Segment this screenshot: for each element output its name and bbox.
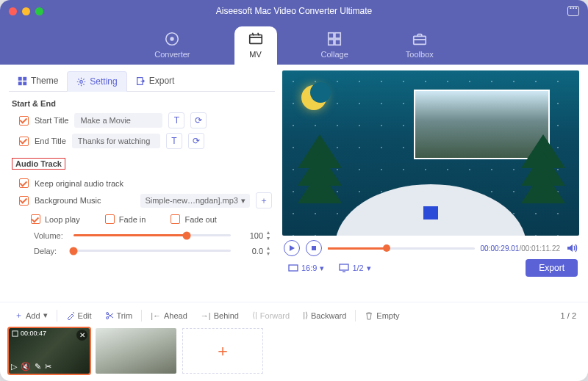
seek-bar[interactable] bbox=[328, 247, 475, 250]
trash-icon bbox=[365, 311, 373, 320]
svg-rect-11 bbox=[23, 81, 26, 85]
clip-mute-icon[interactable]: 🔇 bbox=[21, 362, 31, 371]
app-title: Aiseesoft Mac Video Converter Ultimate bbox=[0, 6, 588, 16]
toolbox-icon bbox=[412, 31, 428, 47]
loop-play-label: Loop play bbox=[45, 215, 80, 224]
delay-up-stepper[interactable]: ▲ bbox=[265, 245, 272, 250]
export-button[interactable]: Export bbox=[526, 259, 578, 277]
volume-value: 100 bbox=[238, 231, 263, 240]
fade-in-checkbox[interactable] bbox=[105, 214, 115, 224]
start-title-font-button[interactable]: T bbox=[168, 112, 184, 128]
fade-in-label: Fade in bbox=[119, 215, 146, 224]
fade-out-label: Fade out bbox=[184, 215, 216, 224]
loop-play-checkbox[interactable] bbox=[31, 214, 40, 224]
delay-value: 0.0 bbox=[238, 247, 263, 255]
delay-down-stepper[interactable]: ▼ bbox=[265, 251, 272, 256]
tab-export[interactable]: Export bbox=[127, 70, 184, 91]
fade-out-checkbox[interactable] bbox=[171, 214, 180, 224]
clip-2[interactable] bbox=[96, 328, 176, 374]
empty-button[interactable]: Empty bbox=[359, 308, 405, 323]
svg-rect-6 bbox=[335, 40, 340, 45]
keep-original-audio-label: Keep original audio track bbox=[35, 179, 123, 188]
behind-button[interactable]: →|Behind bbox=[195, 308, 245, 323]
stop-button[interactable] bbox=[306, 240, 322, 256]
end-title-reset-button[interactable]: ⟳ bbox=[188, 133, 204, 149]
close-window-button[interactable] bbox=[9, 7, 17, 15]
playback-time: 00:00:29.01/00:01:11.22 bbox=[481, 244, 560, 253]
volume-icon bbox=[566, 242, 578, 254]
chevron-down-icon: ▾ bbox=[43, 311, 48, 320]
add-clip-dropzone[interactable]: ＋ bbox=[182, 328, 263, 374]
start-title-reset-button[interactable]: ⟳ bbox=[190, 112, 207, 128]
ahead-button[interactable]: |←Ahead bbox=[145, 308, 193, 323]
bg-music-dropdown[interactable]: Simple-new…ngdan].mp3 ▾ bbox=[140, 194, 250, 208]
chevron-down-icon: ▾ bbox=[320, 264, 324, 273]
svg-rect-10 bbox=[18, 81, 22, 85]
app-window: Aiseesoft Mac Video Converter Ultimate C… bbox=[0, 0, 588, 381]
film-icon bbox=[12, 330, 18, 337]
svg-rect-16 bbox=[340, 264, 348, 270]
svg-point-1 bbox=[171, 37, 174, 40]
clip-duration: 00:00:47 bbox=[12, 330, 46, 337]
end-title-font-button[interactable]: T bbox=[166, 133, 182, 149]
volume-button[interactable] bbox=[566, 242, 578, 254]
backward-button[interactable]: |⟩Backward bbox=[297, 308, 352, 323]
keep-original-audio-checkbox[interactable] bbox=[19, 178, 29, 188]
start-title-input[interactable]: Make a Movie bbox=[74, 113, 162, 128]
volume-slider[interactable] bbox=[74, 234, 231, 236]
delay-slider[interactable] bbox=[74, 250, 231, 252]
feedback-icon[interactable] bbox=[567, 6, 579, 16]
bg-music-checkbox[interactable] bbox=[19, 196, 29, 206]
video-preview[interactable] bbox=[282, 70, 579, 236]
end-title-checkbox[interactable] bbox=[19, 137, 29, 146]
clip-trim-icon[interactable]: ✂ bbox=[45, 362, 51, 371]
gear-icon bbox=[76, 77, 86, 87]
window-controls bbox=[9, 7, 43, 15]
converter-icon bbox=[164, 31, 180, 47]
forward-button: ⟨|Forward bbox=[246, 308, 295, 323]
preview-footer: 16:9 ▾ 1/2 ▾ Export bbox=[282, 258, 579, 277]
start-title-checkbox[interactable] bbox=[19, 116, 29, 126]
play-button[interactable] bbox=[284, 240, 300, 256]
clip-1[interactable]: 00:00:47 ✕ ▷ 🔇 ✎ ✂ bbox=[9, 328, 90, 374]
moon-icon bbox=[301, 85, 326, 110]
clip-play-icon[interactable]: ▷ bbox=[11, 362, 17, 371]
aspect-icon bbox=[288, 264, 298, 272]
remove-clip-button[interactable]: ✕ bbox=[76, 330, 87, 341]
clip-edit-icon[interactable]: ✎ bbox=[35, 362, 41, 371]
volume-up-stepper[interactable]: ▲ bbox=[265, 230, 272, 235]
timeline-toolbar: ＋Add▾ Edit Trim |←Ahead →|Behind ⟨|Forwa… bbox=[0, 302, 588, 324]
mv-icon bbox=[248, 31, 264, 47]
svg-rect-8 bbox=[18, 76, 22, 80]
delay-label: Delay: bbox=[34, 247, 66, 255]
tab-setting[interactable]: Setting bbox=[67, 71, 126, 92]
aspect-ratio-dropdown[interactable]: 16:9 ▾ bbox=[284, 262, 329, 275]
svg-rect-2 bbox=[249, 35, 262, 44]
play-icon bbox=[288, 244, 295, 252]
svg-point-12 bbox=[80, 80, 83, 83]
timeline-clips: 00:00:47 ✕ ▷ 🔇 ✎ ✂ ＋ bbox=[0, 324, 588, 381]
trim-button[interactable]: Trim bbox=[99, 308, 139, 323]
wand-icon bbox=[66, 311, 75, 320]
edit-button[interactable]: Edit bbox=[60, 308, 98, 323]
theme-icon bbox=[18, 76, 27, 86]
bg-music-label: Background Music bbox=[35, 196, 101, 205]
end-title-input[interactable]: Thanks for watching bbox=[72, 134, 160, 148]
add-music-button[interactable]: ＋ bbox=[256, 192, 272, 208]
main-nav: Converter MV Collage Toolbox bbox=[0, 22, 588, 65]
section-audio-track: Audio Track bbox=[12, 158, 65, 170]
add-clip-button[interactable]: ＋Add▾ bbox=[9, 307, 54, 324]
minimize-window-button[interactable] bbox=[22, 7, 30, 15]
preview-page-dropdown[interactable]: 1/2 ▾ bbox=[334, 262, 375, 275]
maximize-window-button[interactable] bbox=[35, 7, 43, 15]
volume-down-stepper[interactable]: ▼ bbox=[265, 236, 272, 241]
nav-toolbox[interactable]: Toolbox bbox=[392, 26, 447, 65]
collage-icon bbox=[326, 31, 343, 47]
nav-converter[interactable]: Converter bbox=[141, 26, 203, 65]
nav-collage[interactable]: Collage bbox=[308, 26, 362, 65]
chevron-down-icon: ▾ bbox=[241, 196, 245, 206]
nav-mv[interactable]: MV bbox=[234, 26, 277, 65]
tab-theme[interactable]: Theme bbox=[9, 70, 67, 91]
section-start-end: Start & End bbox=[12, 99, 272, 108]
tree-decoration bbox=[288, 134, 351, 222]
